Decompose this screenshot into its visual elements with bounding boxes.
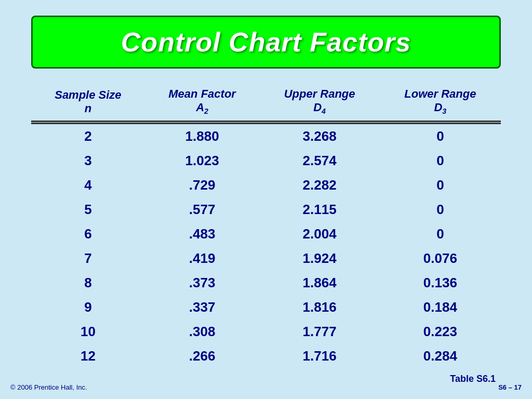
cell-n: 8 bbox=[31, 271, 145, 295]
table-row: 9 .337 1.816 0.184 bbox=[31, 295, 501, 320]
cell-n: 3 bbox=[31, 149, 145, 173]
cell-n: 4 bbox=[31, 173, 145, 197]
col-header-n: Sample Sizen bbox=[31, 84, 145, 122]
cell-n: 2 bbox=[31, 124, 145, 149]
cell-d3: 0 bbox=[380, 173, 501, 197]
table-reference: Table S6.1 bbox=[31, 374, 501, 384]
cell-a2: .729 bbox=[145, 173, 260, 197]
cell-a2: 1.880 bbox=[145, 124, 260, 149]
control-chart-table: Sample Sizen Mean FactorA2 Upper RangeD4… bbox=[31, 84, 501, 368]
cell-a2: .266 bbox=[145, 344, 260, 368]
cell-n: 7 bbox=[31, 246, 145, 271]
cell-n: 10 bbox=[31, 320, 145, 344]
table-row: 4 .729 2.282 0 bbox=[31, 173, 501, 197]
table-container: Sample Sizen Mean FactorA2 Upper RangeD4… bbox=[31, 84, 501, 384]
cell-d3: 0.284 bbox=[380, 344, 501, 368]
cell-d4: 2.004 bbox=[259, 222, 379, 246]
cell-n: 9 bbox=[31, 295, 145, 320]
cell-d4: 1.777 bbox=[259, 320, 379, 344]
cell-d4: 1.716 bbox=[259, 344, 379, 368]
cell-d3: 0.223 bbox=[380, 320, 501, 344]
cell-d4: 2.574 bbox=[259, 149, 379, 173]
cell-n: 6 bbox=[31, 222, 145, 246]
table-row: 12 .266 1.716 0.284 bbox=[31, 344, 501, 368]
col-header-a2: Mean FactorA2 bbox=[145, 84, 260, 122]
cell-a2: .308 bbox=[145, 320, 260, 344]
cell-d3: 0.076 bbox=[380, 246, 501, 271]
footer-left: © 2006 Prentice Hall, Inc. bbox=[10, 383, 87, 391]
cell-d3: 0 bbox=[380, 222, 501, 246]
col-header-d3: Lower RangeD3 bbox=[380, 84, 501, 122]
cell-d4: 1.924 bbox=[259, 246, 379, 271]
cell-d3: 0 bbox=[380, 124, 501, 149]
cell-d3: 0.184 bbox=[380, 295, 501, 320]
table-row: 7 .419 1.924 0.076 bbox=[31, 246, 501, 271]
cell-n: 5 bbox=[31, 197, 145, 222]
table-row: 10 .308 1.777 0.223 bbox=[31, 320, 501, 344]
table-row: 5 .577 2.115 0 bbox=[31, 197, 501, 222]
cell-a2: .577 bbox=[145, 197, 260, 222]
cell-d4: 1.864 bbox=[259, 271, 379, 295]
table-row: 3 1.023 2.574 0 bbox=[31, 149, 501, 173]
cell-a2: 1.023 bbox=[145, 149, 260, 173]
page-title: Control Chart Factors bbox=[121, 27, 411, 57]
cell-d4: 2.115 bbox=[259, 197, 379, 222]
table-row: 6 .483 2.004 0 bbox=[31, 222, 501, 246]
cell-a2: .419 bbox=[145, 246, 260, 271]
col-header-d4: Upper RangeD4 bbox=[259, 84, 379, 122]
cell-d3: 0 bbox=[380, 149, 501, 173]
table-row: 8 .373 1.864 0.136 bbox=[31, 271, 501, 295]
cell-a2: .373 bbox=[145, 271, 260, 295]
cell-d3: 0 bbox=[380, 197, 501, 222]
cell-d3: 0.136 bbox=[380, 271, 501, 295]
table-header-row: Sample Sizen Mean FactorA2 Upper RangeD4… bbox=[31, 84, 501, 122]
title-box: Control Chart Factors bbox=[31, 16, 501, 69]
cell-a2: .337 bbox=[145, 295, 260, 320]
table-row: 2 1.880 3.268 0 bbox=[31, 124, 501, 149]
cell-n: 12 bbox=[31, 344, 145, 368]
cell-d4: 2.282 bbox=[259, 173, 379, 197]
cell-a2: .483 bbox=[145, 222, 260, 246]
footer-right: S6 – 17 bbox=[498, 383, 522, 391]
cell-d4: 1.816 bbox=[259, 295, 379, 320]
cell-d4: 3.268 bbox=[259, 124, 379, 149]
